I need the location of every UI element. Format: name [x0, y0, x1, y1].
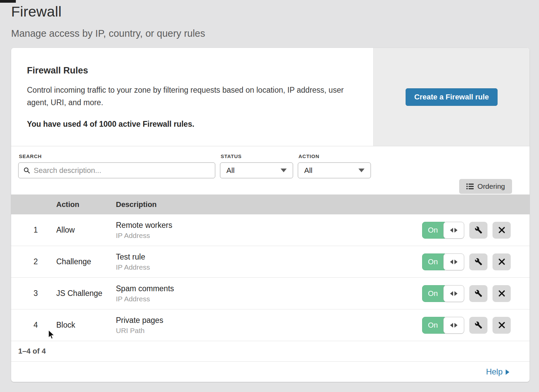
- rule-enabled-toggle[interactable]: On: [422, 253, 464, 270]
- status-label: STATUS: [221, 153, 293, 159]
- rule-match-type: IP Address: [116, 232, 422, 240]
- rule-priority: 4: [11, 321, 56, 330]
- rule-priority: 1: [11, 225, 56, 235]
- overview-text: Firewall Rules Control incoming traffic …: [11, 48, 373, 146]
- wrench-icon: [475, 258, 482, 266]
- rule-action: JS Challenge: [56, 289, 116, 298]
- rule-action: Block: [56, 321, 116, 330]
- search-label: SEARCH: [19, 153, 215, 159]
- overview-usage: You have used 4 of 1000 active Firewall …: [27, 120, 360, 129]
- arrow-left-icon: [450, 228, 453, 233]
- toggle-on-label: On: [422, 222, 446, 239]
- page-header: Firewall Manage access by IP, country, o…: [0, 0, 539, 39]
- toggle-knob[interactable]: [443, 253, 464, 270]
- arrow-right-icon: [454, 323, 457, 328]
- toggle-on-label: On: [422, 285, 446, 302]
- toggle-knob[interactable]: [443, 222, 464, 239]
- rule-match-type: IP Address: [116, 263, 422, 271]
- table-header: Action Description: [11, 194, 530, 214]
- rule-description-cell: Private pages URI Path: [116, 316, 422, 335]
- rule-action: Challenge: [56, 257, 116, 266]
- toggle-knob[interactable]: [443, 285, 464, 302]
- wrench-icon: [475, 290, 482, 297]
- overview-description: Control incoming traffic to your zone by…: [27, 84, 347, 109]
- status-field: STATUS All: [220, 153, 293, 178]
- rule-controls: On: [422, 222, 530, 239]
- description-column-header: Description: [116, 200, 530, 209]
- action-label: ACTION: [298, 153, 371, 159]
- rule-action: Allow: [56, 225, 116, 235]
- arrow-right-icon: [454, 291, 457, 296]
- table-row: 2 Challenge Test rule IP Address On: [11, 246, 530, 278]
- search-input[interactable]: [34, 166, 211, 175]
- rule-enabled-toggle[interactable]: On: [422, 317, 464, 334]
- filters-bar: SEARCH STATUS All ACTION All: [11, 146, 530, 194]
- search-icon: [23, 167, 30, 174]
- rule-enabled-toggle[interactable]: On: [422, 222, 464, 239]
- rule-priority: 3: [11, 289, 56, 298]
- edit-rule-button[interactable]: [469, 222, 487, 239]
- caret-right-icon: [506, 369, 509, 375]
- search-box: [18, 162, 215, 178]
- pagination-bar: 1–4 of 4: [11, 341, 530, 362]
- rule-controls: On: [422, 317, 530, 334]
- ordering-button[interactable]: Ordering: [459, 179, 512, 194]
- pagination-range: 1–4 of 4: [18, 347, 46, 356]
- rule-description: Spam comments: [116, 284, 422, 293]
- status-selected-value: All: [226, 166, 234, 175]
- help-link[interactable]: Help: [486, 367, 509, 376]
- toggle-knob[interactable]: [443, 317, 464, 334]
- rule-description: Test rule: [116, 252, 422, 262]
- toggle-on-label: On: [422, 253, 446, 270]
- status-select[interactable]: All: [220, 162, 293, 178]
- help-link-label: Help: [486, 367, 503, 376]
- page-subtitle: Manage access by IP, country, or query r…: [11, 28, 539, 39]
- create-firewall-rule-button[interactable]: Create a Firewall rule: [406, 88, 498, 106]
- rule-priority: 2: [11, 257, 56, 266]
- x-icon: [498, 258, 505, 265]
- edit-rule-button[interactable]: [469, 253, 487, 270]
- x-icon: [498, 290, 505, 297]
- rule-description-cell: Spam comments IP Address: [116, 284, 422, 303]
- wrench-icon: [475, 321, 482, 329]
- action-field: ACTION All: [298, 153, 371, 178]
- wrench-icon: [475, 226, 482, 234]
- ordering-button-label: Ordering: [477, 182, 505, 190]
- toggle-on-label: On: [422, 317, 446, 334]
- arrow-left-icon: [450, 291, 453, 296]
- rule-controls: On: [422, 253, 530, 270]
- rule-description: Remote workers: [116, 221, 422, 230]
- create-rule-panel: Create a Firewall rule: [373, 48, 530, 146]
- overview-heading: Firewall Rules: [27, 65, 360, 76]
- edit-rule-button[interactable]: [469, 285, 487, 302]
- edit-rule-button[interactable]: [469, 317, 487, 334]
- arrow-left-icon: [450, 323, 453, 328]
- top-left-artifact: [0, 0, 16, 3]
- action-column-header: Action: [56, 200, 116, 209]
- overview-section: Firewall Rules Control incoming traffic …: [11, 48, 530, 146]
- table-row: 1 Allow Remote workers IP Address On: [11, 214, 530, 246]
- action-select[interactable]: All: [298, 162, 371, 178]
- rule-enabled-toggle[interactable]: On: [422, 285, 464, 302]
- x-icon: [498, 322, 505, 329]
- search-field: SEARCH: [18, 153, 215, 178]
- arrow-right-icon: [454, 228, 457, 233]
- rule-description-cell: Test rule IP Address: [116, 252, 422, 271]
- list-ordering-icon: [466, 183, 474, 190]
- chevron-down-icon: [358, 169, 364, 172]
- rule-match-type: URI Path: [116, 327, 422, 335]
- arrow-left-icon: [450, 260, 453, 264]
- chevron-down-icon: [281, 169, 287, 172]
- rule-description: Private pages: [116, 316, 422, 325]
- rule-controls: On: [422, 285, 530, 302]
- card-footer: Help: [11, 362, 530, 382]
- delete-rule-button[interactable]: [493, 317, 511, 334]
- firewall-rules-card: Firewall Rules Control incoming traffic …: [11, 48, 530, 382]
- delete-rule-button[interactable]: [493, 253, 511, 270]
- delete-rule-button[interactable]: [493, 285, 511, 302]
- rule-description-cell: Remote workers IP Address: [116, 221, 422, 240]
- table-row: 4 Block Private pages URI Path On: [11, 309, 530, 341]
- delete-rule-button[interactable]: [493, 222, 511, 239]
- rule-match-type: IP Address: [116, 295, 422, 303]
- arrow-right-icon: [454, 260, 457, 264]
